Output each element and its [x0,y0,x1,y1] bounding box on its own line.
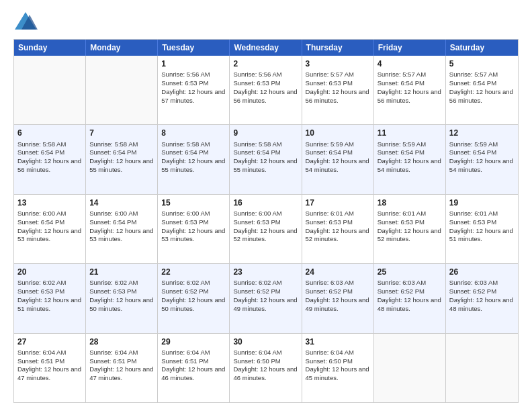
day-number: 14 [89,197,154,208]
day-number: 13 [17,197,82,208]
header-day-friday: Friday [374,40,446,56]
sunset-text: Sunset: 6:52 PM [161,287,208,295]
sunrise-text: Sunrise: 6:02 AM [17,279,66,286]
daylight-hours-text: Daylight: 12 hours and 50 minutes. [161,296,225,312]
sunset-text: Sunset: 6:53 PM [161,79,208,87]
sunset-text: Sunset: 6:53 PM [89,287,136,295]
sunset-text: Sunset: 6:50 PM [306,357,353,365]
daylight-hours-text: Daylight: 12 hours and 51 minutes. [17,296,81,312]
daylight-hours-text: Daylight: 12 hours and 48 minutes. [449,296,513,312]
sunrise-text: Sunrise: 5:57 AM [449,71,498,78]
day-cell-4: 4Sunrise: 5:57 AMSunset: 6:54 PMDaylight… [374,56,446,124]
calendar-body: 1Sunrise: 5:56 AMSunset: 6:53 PMDaylight… [14,56,518,402]
daylight-hours-text: Daylight: 12 hours and 51 minutes. [449,227,513,243]
day-cell-23: 23Sunrise: 6:02 AMSunset: 6:52 PMDayligh… [230,264,302,332]
header-day-wednesday: Wednesday [230,40,302,56]
sunset-text: Sunset: 6:52 PM [306,287,353,295]
day-number: 8 [161,128,226,138]
daylight-hours-text: Daylight: 12 hours and 56 minutes. [449,88,513,104]
day-number: 12 [449,128,515,138]
day-cell-20: 20Sunrise: 6:02 AMSunset: 6:53 PMDayligh… [14,264,86,332]
day-number: 19 [449,197,515,208]
calendar: SundayMondayTuesdayWednesdayThursdayFrid… [13,39,519,403]
day-number: 16 [233,197,298,208]
daylight-hours-text: Daylight: 12 hours and 53 minutes. [89,227,153,243]
daylight-hours-text: Daylight: 12 hours and 47 minutes. [17,365,81,381]
day-cell-16: 16Sunrise: 6:00 AMSunset: 6:53 PMDayligh… [230,195,302,263]
day-cell-21: 21Sunrise: 6:02 AMSunset: 6:53 PMDayligh… [86,264,158,332]
daylight-hours-text: Daylight: 12 hours and 55 minutes. [89,157,153,173]
daylight-hours-text: Daylight: 12 hours and 57 minutes. [161,88,225,104]
week-row-1: 1Sunrise: 5:56 AMSunset: 6:53 PMDaylight… [14,56,518,124]
day-number: 24 [306,267,370,277]
day-number: 28 [89,336,154,347]
sunset-text: Sunset: 6:54 PM [378,148,425,156]
sunset-text: Sunset: 6:53 PM [17,287,64,295]
day-cell-10: 10Sunrise: 5:59 AMSunset: 6:54 PMDayligh… [302,125,374,193]
sunset-text: Sunset: 6:53 PM [233,218,280,226]
day-number: 10 [306,128,370,138]
day-cell-1: 1Sunrise: 5:56 AMSunset: 6:53 PMDaylight… [158,56,230,124]
week-row-3: 13Sunrise: 6:00 AMSunset: 6:54 PMDayligh… [14,194,518,263]
day-cell-30: 30Sunrise: 6:04 AMSunset: 6:50 PMDayligh… [230,334,302,402]
sunset-text: Sunset: 6:54 PM [449,148,496,156]
header-day-sunday: Sunday [14,40,86,56]
day-number: 2 [233,58,298,69]
sunrise-text: Sunrise: 6:04 AM [161,349,210,356]
daylight-hours-text: Daylight: 12 hours and 45 minutes. [306,365,369,381]
day-cell-7: 7Sunrise: 5:58 AMSunset: 6:54 PMDaylight… [86,125,158,193]
sunset-text: Sunset: 6:53 PM [161,218,208,226]
sunrise-text: Sunrise: 6:04 AM [17,349,66,356]
day-cell-18: 18Sunrise: 6:01 AMSunset: 6:53 PMDayligh… [374,195,446,263]
day-cell-12: 12Sunrise: 5:59 AMSunset: 6:54 PMDayligh… [446,125,518,193]
day-number: 29 [161,336,226,347]
day-number: 9 [233,128,298,138]
logo-icon [13,11,38,32]
sunrise-text: Sunrise: 5:57 AM [378,71,426,78]
day-cell-24: 24Sunrise: 6:03 AMSunset: 6:52 PMDayligh… [302,264,374,332]
day-cell-28: 28Sunrise: 6:04 AMSunset: 6:51 PMDayligh… [86,334,158,402]
sunset-text: Sunset: 6:54 PM [17,218,64,226]
day-number: 20 [17,267,82,277]
daylight-hours-text: Daylight: 12 hours and 48 minutes. [378,296,441,312]
day-number: 30 [233,336,298,347]
day-number: 31 [306,336,370,347]
sunrise-text: Sunrise: 5:59 AM [306,140,354,148]
week-row-4: 20Sunrise: 6:02 AMSunset: 6:53 PMDayligh… [14,263,518,332]
week-row-2: 6Sunrise: 5:58 AMSunset: 6:54 PMDaylight… [14,124,518,193]
empty-cell [86,56,158,124]
daylight-hours-text: Daylight: 12 hours and 56 minutes. [306,88,369,104]
header-day-thursday: Thursday [302,40,374,56]
day-cell-9: 9Sunrise: 5:58 AMSunset: 6:54 PMDaylight… [230,125,302,193]
sunrise-text: Sunrise: 5:59 AM [449,140,498,148]
sunrise-text: Sunrise: 5:59 AM [378,140,426,148]
sunrise-text: Sunrise: 5:57 AM [306,71,354,78]
daylight-hours-text: Daylight: 12 hours and 50 minutes. [89,296,153,312]
sunrise-text: Sunrise: 6:02 AM [89,279,138,286]
day-cell-6: 6Sunrise: 5:58 AMSunset: 6:54 PMDaylight… [14,125,86,193]
sunrise-text: Sunrise: 6:03 AM [449,279,498,286]
daylight-hours-text: Daylight: 12 hours and 56 minutes. [17,157,81,173]
daylight-hours-text: Daylight: 12 hours and 56 minutes. [378,88,441,104]
sunrise-text: Sunrise: 6:04 AM [233,349,281,356]
empty-cell [446,334,518,402]
daylight-hours-text: Daylight: 12 hours and 54 minutes. [378,157,441,173]
sunset-text: Sunset: 6:54 PM [233,148,280,156]
daylight-hours-text: Daylight: 12 hours and 49 minutes. [233,296,297,312]
day-number: 25 [378,267,442,277]
day-cell-11: 11Sunrise: 5:59 AMSunset: 6:54 PMDayligh… [374,125,446,193]
day-cell-8: 8Sunrise: 5:58 AMSunset: 6:54 PMDaylight… [158,125,230,193]
sunset-text: Sunset: 6:52 PM [449,287,496,295]
daylight-hours-text: Daylight: 12 hours and 52 minutes. [233,227,297,243]
daylight-hours-text: Daylight: 12 hours and 54 minutes. [449,157,513,173]
day-number: 4 [378,58,442,69]
sunset-text: Sunset: 6:54 PM [161,148,208,156]
sunset-text: Sunset: 6:53 PM [449,218,496,226]
day-number: 21 [89,267,154,277]
day-number: 23 [233,267,298,277]
sunset-text: Sunset: 6:51 PM [161,357,208,365]
daylight-hours-text: Daylight: 12 hours and 53 minutes. [17,227,81,243]
week-row-5: 27Sunrise: 6:04 AMSunset: 6:51 PMDayligh… [14,333,518,402]
sunset-text: Sunset: 6:53 PM [306,218,353,226]
day-number: 7 [89,128,154,138]
